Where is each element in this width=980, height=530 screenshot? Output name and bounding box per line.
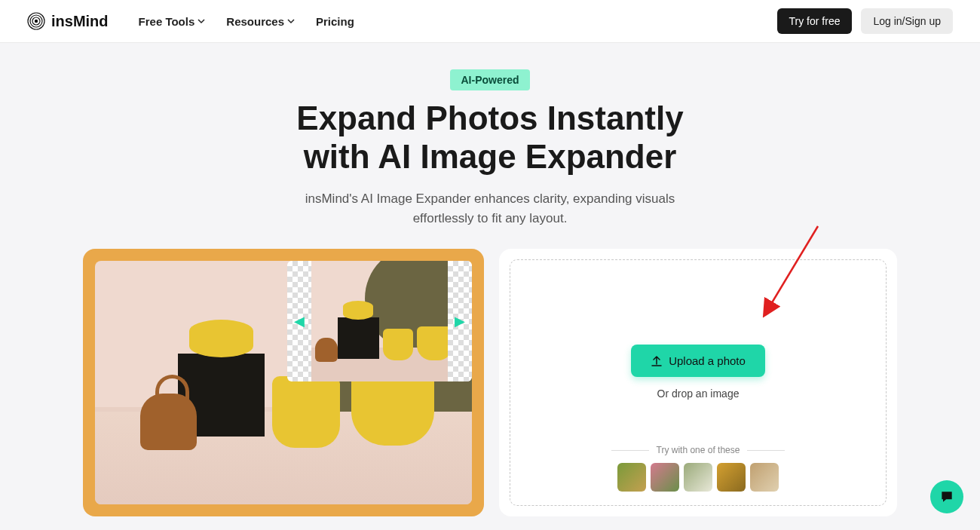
nav-free-tools-label: Free Tools bbox=[139, 15, 195, 28]
chat-icon bbox=[939, 489, 954, 504]
expand-left-handle[interactable]: ◀ bbox=[287, 261, 311, 381]
subtitle-line-1: insMind's AI Image Expander enhances cla… bbox=[305, 191, 675, 206]
try-for-free-button[interactable]: Try for free bbox=[777, 8, 853, 34]
overlay-center-image bbox=[311, 261, 448, 381]
expand-right-handle[interactable]: ▶ bbox=[448, 261, 472, 381]
nav-resources-label: Resources bbox=[226, 15, 284, 28]
try-samples-section: Try with one of these bbox=[510, 445, 886, 492]
arrow-right-icon: ▶ bbox=[455, 313, 465, 329]
scene-yellow-bag-1 bbox=[272, 376, 340, 448]
sample-thumb-3[interactable] bbox=[684, 463, 712, 492]
content-row: ◀ ▶ Upload a photo bbox=[0, 249, 980, 516]
ov-scene bbox=[311, 261, 448, 381]
nav-resources[interactable]: Resources bbox=[226, 15, 295, 28]
upload-dropzone[interactable]: Upload a photo Or drop an image Try with… bbox=[510, 259, 887, 506]
scene-yellow-bag-2 bbox=[351, 370, 434, 446]
upload-photo-button[interactable]: Upload a photo bbox=[631, 345, 765, 377]
preview-card: ◀ ▶ bbox=[83, 249, 484, 516]
sample-thumb-1[interactable] bbox=[617, 463, 646, 492]
sample-thumbnails bbox=[510, 463, 886, 492]
upload-button-label: Upload a photo bbox=[669, 354, 746, 367]
nav-pricing[interactable]: Pricing bbox=[316, 15, 354, 28]
overlay-expander-preview: ◀ ▶ bbox=[287, 261, 472, 381]
upload-icon bbox=[651, 355, 663, 367]
scene-brown-bag bbox=[140, 394, 197, 450]
sample-thumb-2[interactable] bbox=[651, 463, 679, 492]
upload-card: Upload a photo Or drop an image Try with… bbox=[499, 249, 897, 516]
header-actions: Try for free Log in/Sign up bbox=[777, 8, 953, 34]
ai-powered-badge: AI-Powered bbox=[450, 69, 529, 90]
logo[interactable]: insMind bbox=[27, 12, 109, 30]
chevron-down-icon bbox=[198, 17, 205, 25]
scene-yellow-cylinder bbox=[189, 320, 253, 357]
divider bbox=[611, 450, 649, 451]
site-header: insMind Free Tools Resources Pricing Try… bbox=[0, 0, 980, 43]
sample-thumb-5[interactable] bbox=[750, 463, 779, 492]
title-line-2: with AI Image Expander bbox=[304, 138, 677, 175]
main-nav: Free Tools Resources Pricing bbox=[139, 15, 354, 28]
sample-thumb-4[interactable] bbox=[717, 463, 746, 492]
page-title: Expand Photos Instantly with AI Image Ex… bbox=[0, 100, 980, 176]
arrow-left-icon: ◀ bbox=[294, 313, 305, 329]
hero-section: AI-Powered Expand Photos Instantly with … bbox=[0, 43, 980, 228]
login-signup-button[interactable]: Log in/Sign up bbox=[861, 8, 953, 34]
drop-image-label: Or drop an image bbox=[657, 388, 740, 400]
chevron-down-icon bbox=[287, 17, 295, 25]
subtitle-line-2: effortlessly to fit any layout. bbox=[413, 211, 568, 225]
try-samples-label: Try with one of these bbox=[657, 445, 740, 455]
nav-free-tools[interactable]: Free Tools bbox=[139, 15, 206, 28]
divider bbox=[747, 450, 785, 451]
chat-support-button[interactable] bbox=[930, 480, 963, 513]
svg-point-3 bbox=[35, 20, 38, 23]
page-subtitle: insMind's AI Image Expander enhances cla… bbox=[0, 189, 980, 228]
logo-icon bbox=[27, 12, 45, 30]
title-line-1: Expand Photos Instantly bbox=[296, 100, 683, 136]
nav-pricing-label: Pricing bbox=[316, 15, 354, 28]
logo-text: insMind bbox=[51, 13, 109, 30]
